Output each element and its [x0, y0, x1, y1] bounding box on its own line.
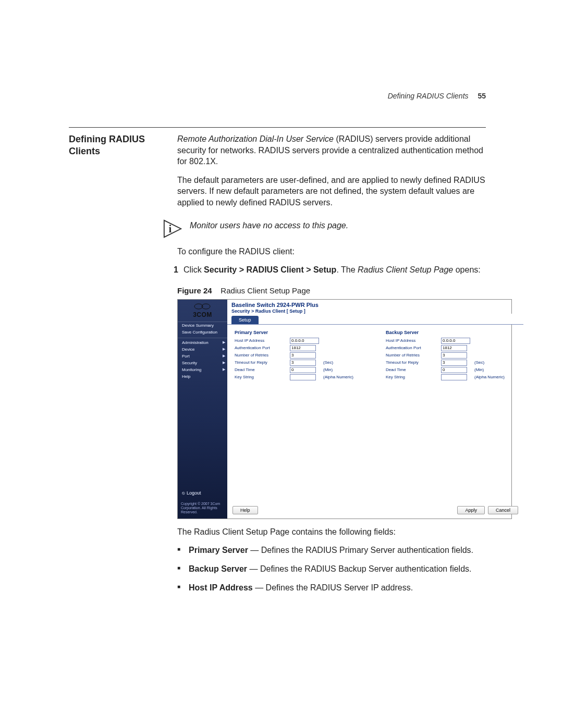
row-unit: [472, 337, 507, 344]
bullet-label: Backup Server: [189, 564, 247, 573]
row-unit: [472, 352, 507, 359]
chevron-right-icon: ▶: [223, 347, 225, 351]
apply-button[interactable]: Apply: [457, 506, 485, 514]
sidebar-item-device-summary[interactable]: Device Summary: [178, 322, 227, 329]
step-1-pre: Click: [183, 265, 204, 274]
row-unit: [472, 344, 507, 352]
backup-server-table: Host IP Address Authentication Port Numb…: [386, 337, 507, 381]
figure-caption-text: Radius Client Setup Page: [221, 286, 310, 295]
page: Defining RADIUS Clients 55 Defining RADI…: [0, 0, 563, 728]
sidebar-item-administration[interactable]: Administration▶: [178, 339, 227, 346]
info-note-row: i Monitor users have no access to this p…: [163, 219, 486, 239]
step-1-mid: . The: [336, 265, 358, 274]
main-panel: Baseline Switch 2924-PWR Plus Security >…: [227, 300, 523, 519]
primary-host-ip-input[interactable]: [290, 338, 319, 344]
paragraph-1-lead-em: Remote Authorization Dial-In User Servic…: [177, 134, 334, 143]
running-header-page: 55: [478, 92, 486, 100]
sidebar-item-security[interactable]: Security▶: [178, 360, 227, 366]
figure-label: Figure 24: [177, 286, 212, 295]
figure-caption: Figure 24 Radius Client Setup Page: [177, 286, 486, 295]
row-unit: (Sec): [321, 359, 356, 366]
row-label: Host IP Address: [386, 337, 441, 344]
primary-keystring-input[interactable]: [290, 374, 316, 380]
chevron-right-icon: ▶: [223, 340, 225, 344]
row-label: Host IP Address: [235, 337, 290, 344]
row-unit: (Sec): [472, 359, 507, 366]
primary-deadtime-input[interactable]: [290, 367, 316, 373]
breadcrumb: Security > Radius Client [ Setup ]: [231, 309, 519, 314]
after-fig-tail: contains the following fields:: [289, 527, 396, 536]
running-header: Defining RADIUS Clients 55: [388, 92, 486, 100]
sidebar-item-help[interactable]: Help: [178, 373, 227, 380]
bullet-text: — Defines the RADIUS Primary Server auth…: [248, 546, 473, 554]
paragraph-3: To configure the RADIUS client:: [177, 246, 486, 257]
svg-marker-0: [164, 220, 181, 237]
backup-server-title: Backup Server: [386, 330, 516, 335]
info-icon: i: [163, 219, 182, 239]
logout-button[interactable]: ⎋ Logout: [178, 487, 227, 499]
row-label: Key String: [235, 374, 290, 381]
primary-auth-port-input[interactable]: [290, 345, 316, 351]
form-area: Primary Server Host IP Address Authentic…: [227, 325, 523, 503]
row-label: Number of Retries: [386, 352, 441, 359]
after-figure-text: The Radius Client Setup Page contains th…: [177, 526, 486, 538]
tab-setup[interactable]: Setup: [231, 316, 259, 324]
primary-server-table: Host IP Address Authentication Port Numb…: [235, 337, 356, 381]
backup-retries-input[interactable]: [441, 352, 467, 359]
step-1-post: opens:: [453, 265, 480, 274]
logout-icon: ⎋: [182, 490, 185, 496]
row-unit: (Min): [472, 366, 507, 374]
paragraph-2: The default parameters are user-defined,…: [177, 175, 486, 208]
sidebar-item-port[interactable]: Port▶: [178, 353, 227, 360]
row-label: Timeout for Reply: [386, 359, 441, 366]
after-fig-em: Radius Client Setup Page: [194, 527, 289, 536]
sidebar-item-monitoring[interactable]: Monitoring▶: [178, 366, 227, 373]
row-label: Authentication Port: [386, 344, 441, 352]
row-label: Number of Retries: [235, 352, 290, 359]
field-bullet-list: Primary Server — Defines the RADIUS Prim…: [177, 545, 486, 593]
chevron-right-icon: ▶: [223, 367, 225, 372]
bullet-label: Host IP Address: [189, 583, 253, 592]
step-1-number: 1: [170, 264, 178, 276]
section-heading: Defining RADIUS Clients: [69, 133, 163, 216]
tab-row: Setup: [227, 314, 523, 325]
primary-timeout-input[interactable]: [290, 360, 316, 366]
after-figure-paragraph: The Radius Client Setup Page contains th…: [177, 526, 486, 538]
row-unit: [321, 337, 356, 344]
step-1-text: Click Security > RADIUS Client > Setup. …: [183, 264, 486, 276]
sidebar-section-1: Device Summary Save Configuration: [178, 322, 227, 338]
step-1-em: Radius Client Setup Page: [358, 265, 453, 274]
brand-text: 3COM: [193, 311, 212, 318]
bullet-text: — Defines the RADIUS Backup Server authe…: [247, 564, 471, 573]
primary-server-title: Primary Server: [235, 330, 365, 335]
bullet-primary-server: Primary Server — Defines the RADIUS Prim…: [177, 545, 486, 556]
backup-keystring-input[interactable]: [441, 374, 467, 380]
brand-logo: 3COM: [178, 300, 227, 320]
backup-timeout-input[interactable]: [441, 360, 467, 366]
step-1: 1 Click Security > RADIUS Client > Setup…: [170, 264, 486, 276]
step-1-bold: Security > RADIUS Client > Setup: [204, 265, 336, 274]
right-button-group: Apply Cancel: [457, 506, 518, 514]
bullet-text: — Defines the RADIUS Server IP address.: [253, 583, 413, 592]
backup-auth-port-input[interactable]: [441, 345, 467, 351]
logout-label: Logout: [187, 490, 201, 496]
cancel-button[interactable]: Cancel: [488, 506, 518, 514]
backup-host-ip-input[interactable]: [441, 338, 470, 344]
row-unit: (Alpha Numeric): [472, 374, 507, 381]
section-row: Defining RADIUS Clients Remote Authoriza…: [69, 133, 486, 216]
help-button[interactable]: Help: [232, 506, 258, 514]
sidebar-item-save-configuration[interactable]: Save Configuration: [178, 329, 227, 336]
row-unit: [321, 352, 356, 359]
horizontal-rule: [69, 127, 486, 128]
chevron-right-icon: ▶: [223, 354, 225, 358]
button-row: Help Apply Cancel: [227, 503, 523, 519]
row-label: Key String: [386, 374, 441, 381]
primary-retries-input[interactable]: [290, 352, 316, 359]
row-label: Dead Time: [235, 366, 290, 374]
figure-screenshot: 3COM Device Summary Save Configuration A…: [177, 299, 512, 519]
copyright-text: Copyright © 2007 3Com Corporation. All R…: [178, 499, 227, 519]
product-name: Baseline Switch 2924-PWR Plus: [231, 302, 519, 308]
sidebar-item-device[interactable]: Device▶: [178, 346, 227, 353]
sidebar: 3COM Device Summary Save Configuration A…: [178, 300, 227, 519]
backup-deadtime-input[interactable]: [441, 367, 467, 373]
